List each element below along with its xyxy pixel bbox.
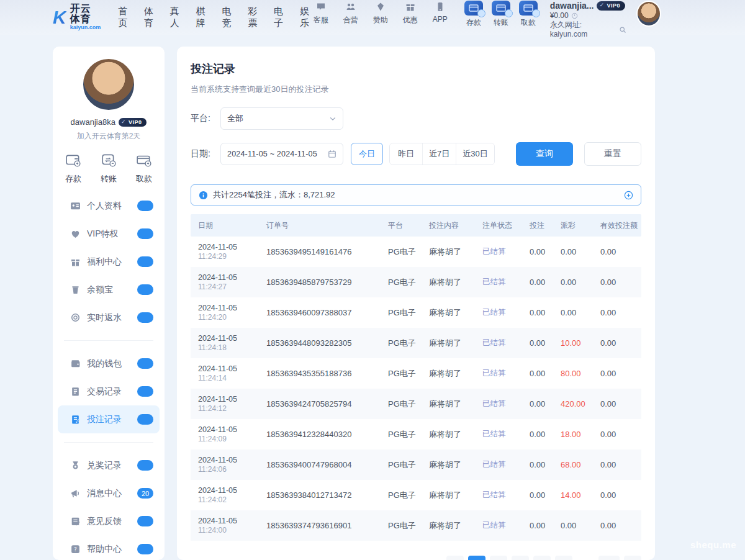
user-name[interactable]: dawanjia... [550, 1, 594, 12]
sidebar-item-transactions[interactable]: 交易记录 [58, 377, 160, 405]
nav-link[interactable]: 真人 [170, 6, 181, 29]
sidebar-item-messages[interactable]: 消息中心 20 [58, 479, 160, 507]
sidebar-item-rebate[interactable]: 实时返水 [58, 304, 160, 332]
next-page-button[interactable]: › [624, 556, 641, 560]
page-button[interactable]: 226 [598, 556, 620, 560]
quick-range-button[interactable]: 近7日 [422, 143, 456, 165]
unread-badge [137, 516, 153, 526]
unread-badge: 20 [137, 488, 153, 499]
cell-order-number: 1853639424705825794 [259, 399, 381, 409]
partnership[interactable]: 合营 [340, 1, 361, 25]
nav-link[interactable]: 棋牌 [196, 6, 207, 29]
quick-range-button[interactable]: 昨日 [390, 143, 422, 165]
cell-order-number: 1853639400747968004 [259, 460, 381, 469]
cell-status: 已结算 [475, 307, 522, 318]
cell-payout: 14.00 [553, 490, 593, 500]
table-row: 2024-11-05 11:24:02 1853639384012713472 … [191, 480, 641, 510]
nav-link[interactable]: 电子 [274, 6, 284, 29]
id-card-icon [70, 201, 81, 210]
nav-link[interactable]: 娱乐 [300, 6, 310, 29]
deposit[interactable]: 存款 [464, 1, 483, 28]
page-button[interactable]: 4 [533, 556, 551, 560]
sidebar-item-wallet[interactable]: 我的钱包 [58, 350, 160, 377]
bet-records-table: 日期 订单号 平台 投注内容 注单状态 投注 派彩 有效投注额 2024-11-… [191, 214, 641, 541]
sidebar-menu-group-1: 个人资料 VIP特权 福利中心 余额宝 实时返水 [53, 188, 165, 335]
page-button[interactable]: 1 [468, 556, 485, 560]
withdraw[interactable]: 取款 [519, 1, 538, 28]
wallet-icon [70, 359, 81, 368]
cell-order-number: 1853639374793616901 [259, 521, 381, 530]
profile-avatar[interactable] [82, 58, 135, 111]
cell-bet-content: 麻将胡了 [422, 246, 475, 258]
sidebar-item-feedback[interactable]: 意见反馈 [58, 507, 160, 535]
page-button[interactable]: ••• [577, 556, 594, 560]
cell-status: 已结算 [475, 490, 522, 500]
card-icon [464, 1, 483, 16]
expand-plus-icon[interactable] [624, 191, 633, 200]
sidebar-item-yuebao[interactable]: 余额宝 [58, 276, 160, 304]
col-date: 日期 [191, 220, 259, 231]
sidebar-item-help[interactable]: ? 帮助中心 [58, 535, 160, 560]
quick-range-today[interactable]: 今日 [351, 143, 383, 165]
deposit[interactable]: 存款 [65, 153, 81, 184]
brand-logo[interactable]: K 开云体育 kaiyun.com [53, 4, 101, 30]
col-status: 注单状态 [475, 220, 522, 231]
quick-range-button[interactable]: 近30日 [456, 143, 494, 165]
cell-bet-content: 麻将胡了 [422, 490, 475, 501]
feedback-icon [70, 517, 81, 526]
profile-joined-days: 加入开云体育第2天 [53, 131, 165, 142]
page-button[interactable]: 5 [555, 556, 572, 560]
col-platform: 平台 [381, 220, 422, 231]
calendar-icon [328, 150, 336, 158]
cell-bet-amount: 0.00 [522, 278, 553, 287]
prev-page-button[interactable]: ‹ [446, 556, 464, 560]
sidebar-item-bet-records[interactable]: 投注记录 [58, 405, 160, 433]
nav-link[interactable]: 彩票 [248, 6, 258, 29]
search-icon[interactable] [619, 26, 626, 34]
search-button[interactable]: 查询 [516, 142, 573, 166]
page-button[interactable]: 3 [512, 556, 529, 560]
cell-status: 已结算 [475, 338, 522, 348]
cell-bet-amount: 0.00 [522, 369, 553, 378]
ring-icon [70, 313, 81, 322]
service[interactable]: 客服 [310, 1, 332, 25]
unread-badge [137, 386, 153, 397]
sidebar-divider [64, 340, 153, 341]
sponsor[interactable]: 赞助 [370, 1, 391, 25]
table-row: 2024-11-05 11:24:27 1853639485879753729 … [191, 267, 641, 297]
diamond-icon [375, 1, 386, 13]
sidebar-item-welfare[interactable]: 福利中心 [58, 248, 160, 276]
cell-date: 2024-11-05 11:24:02 [191, 486, 259, 505]
nav-link[interactable]: 体育 [144, 6, 155, 29]
platform-select-value: 全部 [227, 113, 243, 124]
cell-bet-content: 麻将胡了 [422, 338, 475, 349]
promo[interactable]: 优惠 [400, 1, 421, 25]
withdraw[interactable]: 取款 [136, 153, 152, 184]
sidebar-item-vip[interactable]: VIP特权 [58, 220, 160, 248]
cell-date: 2024-11-05 11:24:20 [191, 304, 259, 322]
doc-icon [70, 387, 81, 396]
user-avatar[interactable] [636, 1, 661, 27]
nav-link[interactable]: 首页 [118, 6, 129, 29]
summary-text: 共计2254笔投注，流水：8,721.92 [213, 189, 335, 201]
sidebar-menu-group-3: 兑奖记录 消息中心 20 意见反馈 ? 帮助中心 [53, 448, 165, 560]
unread-badge [137, 228, 153, 239]
platform-select[interactable]: 全部 [220, 107, 343, 130]
cell-platform: PG电子 [381, 490, 422, 501]
app[interactable]: APP [430, 1, 451, 25]
sidebar-item-profile[interactable]: 个人资料 [58, 192, 160, 220]
cell-bet-amount: 0.00 [522, 460, 553, 469]
nav-link[interactable]: 电竞 [222, 6, 232, 29]
page-button[interactable]: 2 [490, 556, 507, 560]
date-range-input[interactable]: 2024-11-05 ~ 2024-11-05 [220, 143, 343, 165]
sidebar-item-prize[interactable]: 兑奖记录 [58, 451, 160, 479]
cell-valid-amount: 0.00 [593, 338, 641, 348]
card-icon [492, 1, 510, 16]
cell-platform: PG电子 [381, 520, 422, 531]
table-row: 2024-11-05 11:24:00 1853639374793616901 … [191, 510, 641, 541]
transfer[interactable]: 转账 [492, 1, 510, 28]
refresh-balance-icon[interactable] [571, 12, 578, 19]
reset-button[interactable]: 重置 [584, 142, 641, 166]
transfer[interactable]: 转账 [101, 153, 117, 184]
table-header-row: 日期 订单号 平台 投注内容 注单状态 投注 派彩 有效投注额 [191, 214, 641, 237]
